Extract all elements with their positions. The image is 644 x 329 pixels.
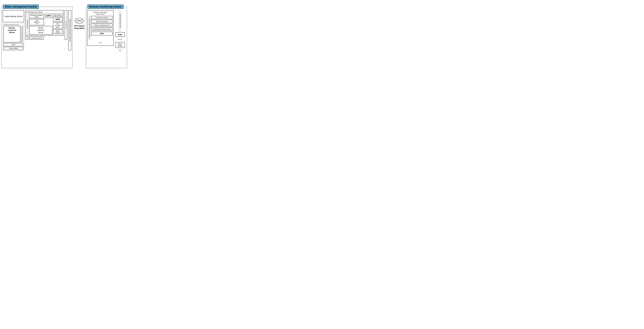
monitoring-display-box: Monitoring display device (29, 14, 44, 18)
ntt-area: NTT leased line(3.4kHz) (73, 18, 86, 30)
ntt-ellipse-svg (75, 18, 84, 24)
remote-station-title: Remote monitoring station (88, 4, 124, 9)
monitor-kb-mouse-mid: Monitor Keyboard Mouse (29, 26, 52, 34)
db-device-box: DB device (53, 14, 62, 17)
gate-side-panel-vert: Gate-side operation panel (119, 10, 121, 32)
remote-monitoring-col: Remote monitoring control section (68, 10, 71, 50)
rcss-vert-label: Remote control-slave station section (88, 16, 91, 40)
ntt-label: NTT leased line(3.4kHz) (74, 24, 84, 30)
water-gauge-dots: • • (119, 49, 121, 52)
rcss-box: Remote control-slave station device Remo… (87, 10, 114, 46)
color-printer-box: Color printer (4, 47, 23, 50)
gate-dots: • • • (118, 38, 122, 41)
monitoring-color-section: Monitoring color device Image distributo… (25, 10, 64, 36)
input-output-box: Input/output terminal section (91, 28, 112, 31)
large-display-box: Large display device (3, 10, 24, 22)
ups1-box: UPS (45, 14, 52, 18)
relay-unit-box: Relay unit section (91, 20, 112, 23)
monitoring-color-label: Monitoring color device (26, 11, 62, 13)
monitoring-op-terminal: Monitoring operation terminal Monitor Ke… (3, 23, 24, 51)
ups-small-left: UPS (4, 43, 23, 46)
ups-remote-box: UPS (91, 32, 112, 36)
image-distributor-vert: Image distributor (26, 14, 28, 34)
power-receiving-box: Power receiving section (25, 36, 44, 40)
cpu-switching-box: CPU switching unit (29, 19, 44, 25)
conversion-section-box: Conversion section (91, 16, 112, 19)
water-gauge-box: Water gauge (116, 42, 125, 48)
l2-switch-col: L 2 s w i t c h (64, 10, 67, 40)
alarm-section-box: Alarm section (53, 30, 62, 34)
ups2-box: UPS (53, 18, 62, 22)
rcss-dots: • • (88, 41, 112, 45)
gate-side-col: Gate-side operation panel Gate • • • Wat… (114, 10, 126, 52)
facility-title: Water manegement facility (3, 4, 39, 9)
time-calib-box: Time calibration device (53, 22, 62, 29)
power-receiving-remote-box: Power receiving section (91, 24, 112, 27)
monitoring-op-terminal-vert: Monitoring operation terminal (21, 26, 23, 42)
rcss-title: Remote control-slave station device (88, 11, 112, 15)
monitor-kb-mouse-left: Monitor Keyboard Mouse (4, 26, 20, 42)
gate-box: Gate (116, 32, 125, 37)
monitoring-op-terminal-label: Monitoring operation terminal (4, 24, 23, 26)
